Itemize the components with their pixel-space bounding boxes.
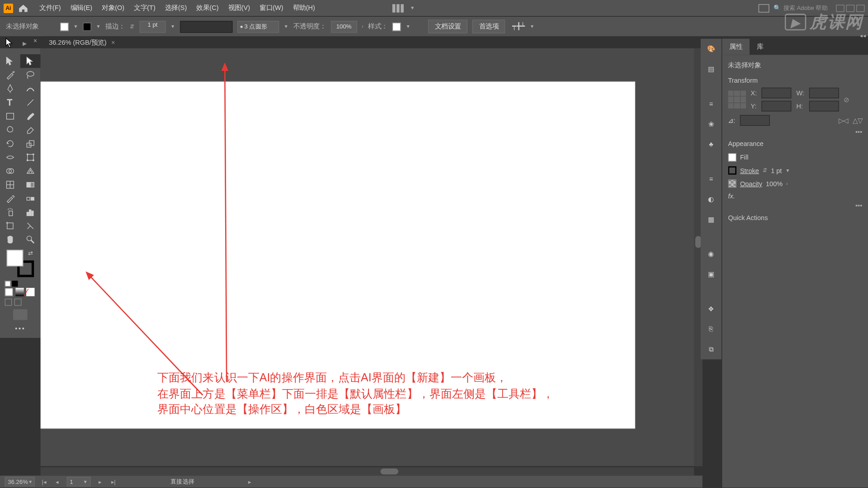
menu-file[interactable]: 文件(F) [39,4,61,13]
transform-x-input[interactable] [762,88,792,99]
stroke-swatch[interactable] [728,166,736,174]
document-tab[interactable]: 36.26% (RGB/预览) × [43,36,121,49]
menu-help[interactable]: 帮助(H) [293,4,315,13]
line-tool-icon[interactable] [20,95,41,109]
edit-toolbar-icon[interactable]: ••• [0,323,41,334]
direct-selection-tool-icon[interactable] [20,54,41,68]
symbol-sprayer-tool-icon[interactable] [0,205,20,219]
menu-type[interactable]: 文字(T) [134,4,156,13]
eraser-tool-icon[interactable] [20,123,41,136]
arrange-docs-icon[interactable] [758,4,769,12]
menu-edit[interactable]: 编辑(E) [71,4,92,13]
draw-mode-icon[interactable] [14,299,22,306]
status-play-icon[interactable]: ▸ [248,478,251,485]
screen-mode-icon[interactable] [5,299,12,306]
perspective-grid-tool-icon[interactable] [20,164,41,178]
color-panel-icon[interactable]: 🎨 [704,42,717,56]
paintbrush-tool-icon[interactable] [20,109,41,122]
chevron-down-icon[interactable]: ▼ [284,24,288,29]
chevron-right-icon[interactable]: ▸ [23,38,27,47]
tab-close-icon[interactable]: × [33,37,37,44]
eyedropper-tool-icon[interactable] [0,191,20,205]
link-wh-icon[interactable]: ⊘ [844,96,849,103]
stroke-swatch[interactable] [83,22,91,30]
default-stroke-icon[interactable] [12,281,18,286]
shaper-tool-icon[interactable] [0,123,20,136]
tab-close-icon[interactable]: × [111,39,115,46]
pen-tool-icon[interactable] [0,82,20,95]
variable-width-profile[interactable]: 3 点圆形 [237,21,279,33]
swap-colors-icon[interactable]: ⇄ [28,250,33,257]
more-options-icon[interactable]: ••• [728,128,862,136]
column-graph-tool-icon[interactable] [20,205,41,219]
canvas-area[interactable]: 下面我们来认识一下AI的操作界面，点击AI界面的【新建】一个画板， 在界面上方是… [41,48,703,466]
fill-swatch[interactable] [60,22,68,30]
flip-v-icon[interactable]: △▽ [853,117,862,124]
free-transform-tool-icon[interactable] [20,150,41,164]
layers-panel-icon[interactable]: ❖ [704,302,717,315]
last-artboard-icon[interactable]: ▸| [110,478,117,485]
graphic-style-swatch[interactable] [392,22,401,30]
chevron-down-icon[interactable]: ▼ [785,168,790,173]
swatches-panel-icon[interactable]: ▤ [704,62,717,75]
workspace-switcher-icon[interactable] [392,4,405,12]
menu-view[interactable]: 视图(V) [228,4,250,13]
selection-tool-icon[interactable] [0,54,20,68]
graphic-styles-panel-icon[interactable]: ▣ [704,267,717,281]
fill-swatch[interactable] [728,153,736,161]
asset-export-panel-icon[interactable]: ⎘ [704,323,717,336]
width-tool-icon[interactable] [0,150,20,164]
clubs-panel-icon[interactable]: ♣ [704,138,717,151]
transform-w-input[interactable] [809,88,839,99]
menu-window[interactable]: 窗口(W) [259,4,283,13]
magic-wand-tool-icon[interactable] [0,68,20,81]
artboard[interactable]: 下面我们来认识一下AI的操作界面，点击AI界面的【新建】一个画板， 在界面上方是… [41,82,635,429]
zoom-select[interactable]: 36.26%▼ [5,477,35,486]
fx-label[interactable]: fx. [728,192,735,200]
menu-object[interactable]: 对象(O) [102,4,124,13]
tab-library[interactable]: 库 [750,39,770,55]
reference-point-selector[interactable] [728,90,746,108]
hand-tool-icon[interactable] [0,232,20,246]
symbols-panel-icon[interactable]: ❀ [704,117,717,131]
rotate-tool-icon[interactable] [0,136,20,150]
chevron-down-icon[interactable]: ▼ [410,5,415,11]
horizontal-scrollbar[interactable] [41,467,694,475]
align-icon[interactable]: ┯╋┷ [512,23,525,30]
opacity-value[interactable]: 100% [766,180,783,187]
default-fill-icon[interactable] [5,281,11,286]
artboard-tool-icon[interactable] [0,219,20,232]
curvature-tool-icon[interactable] [20,82,41,95]
gradient-mode-icon[interactable] [15,288,24,296]
menu-select[interactable]: 选择(S) [165,4,187,13]
stroke-weight-value[interactable]: 1 pt [771,167,782,174]
menu-effect[interactable]: 效果(C) [196,4,218,13]
rectangle-tool-icon[interactable] [0,109,20,122]
document-setup-button[interactable]: 文档设置 [428,20,467,33]
chevron-down-icon[interactable]: ▼ [530,24,534,29]
lasso-tool-icon[interactable] [20,68,41,81]
preferences-button[interactable]: 首选项 [472,20,505,33]
slice-tool-icon[interactable] [20,219,41,232]
fill-stroke-color[interactable]: ⇄ [7,250,34,277]
panel-collapse-icon[interactable]: ◂◂ [860,33,866,39]
chevron-right-icon[interactable]: › [786,181,788,186]
gradient-tool-icon[interactable] [20,178,41,191]
transform-y-input[interactable] [762,101,792,112]
artboards-panel-icon[interactable]: ⧉ [704,343,717,356]
none-mode-icon[interactable]: ∕ [26,288,34,296]
flip-h-icon[interactable]: ▷◁ [839,117,848,124]
first-artboard-icon[interactable]: |◂ [41,478,48,485]
artboard-nav-input[interactable]: 1▼ [67,477,91,486]
brushes-panel-icon[interactable]: ≡ [704,97,717,110]
zoom-tool-icon[interactable] [20,232,41,246]
chevron-down-icon[interactable]: ▼ [96,24,100,29]
stroke-panel-icon[interactable]: ≡ [704,172,717,185]
type-tool-icon[interactable]: T [0,95,20,109]
color-mode-icon[interactable] [5,288,13,296]
home-icon[interactable] [18,4,29,12]
brush-definition[interactable] [180,21,232,33]
chevron-right-icon[interactable]: › [362,24,363,29]
mesh-tool-icon[interactable] [0,178,20,191]
transparency-panel-icon[interactable]: ▦ [704,213,717,226]
